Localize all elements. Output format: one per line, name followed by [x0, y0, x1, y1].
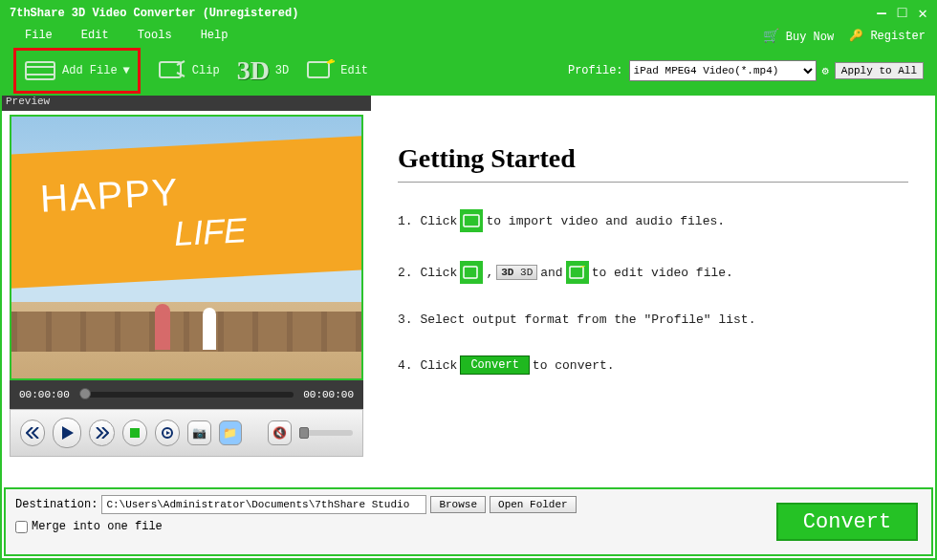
merge-checkbox[interactable]	[15, 521, 28, 533]
menu-tools[interactable]: Tools	[138, 29, 172, 42]
time-bar: 00:00:00 00:00:00	[10, 380, 363, 409]
clip-icon	[460, 261, 483, 284]
app-window: 7thShare 3D Video Converter (Unregistere…	[0, 0, 937, 560]
titlebar: 7thShare 3D Video Converter (Unregistere…	[2, 2, 935, 25]
seek-thumb[interactable]	[79, 388, 91, 399]
profile-select[interactable]: iPad MPEG4 Video(*.mp4)	[629, 60, 817, 81]
svg-rect-0	[26, 62, 54, 79]
mute-button[interactable]: 🔇	[268, 420, 291, 445]
play-button[interactable]	[53, 418, 81, 448]
step-button[interactable]	[155, 420, 180, 446]
window-title: 7thShare 3D Video Converter (Unregistere…	[10, 7, 877, 20]
stop-button[interactable]	[122, 420, 147, 446]
guide-step-3: 3. Select output format from the "Profil…	[398, 312, 908, 327]
time-end: 00:00:00	[303, 389, 354, 400]
svg-rect-5	[130, 428, 140, 438]
destination-input[interactable]	[101, 495, 426, 514]
volume-slider[interactable]	[299, 430, 353, 436]
minimize-button[interactable]: —	[877, 5, 886, 22]
3d-icon: 3D	[237, 55, 270, 86]
profile-row: Profile: iPad MPEG4 Video(*.mp4) ⚙ Apply…	[568, 60, 924, 81]
svg-rect-8	[464, 267, 477, 278]
add-file-label: Add File	[62, 64, 118, 77]
destination-label: Destination:	[15, 498, 98, 511]
speaker-mute-icon: 🔇	[272, 426, 287, 441]
folder-button[interactable]: 📁	[219, 420, 242, 445]
apply-to-all-button[interactable]: Apply to All	[835, 62, 924, 79]
prev-button[interactable]	[20, 420, 45, 446]
add-file-highlight: Add File ▼	[13, 48, 141, 94]
register-link[interactable]: 🔑 Register	[849, 29, 926, 43]
clip-icon	[158, 59, 186, 82]
3d-small-button: 3D 3D	[496, 265, 537, 280]
buy-now-link[interactable]: 🛒 Buy Now	[763, 28, 835, 44]
clip-label: Clip	[192, 64, 220, 77]
cart-icon: 🛒	[763, 29, 779, 44]
guide-step-1: 1. Click to import video and audio files…	[398, 209, 908, 232]
preview-image: HAPPY LIFE	[10, 115, 363, 380]
profile-label: Profile:	[568, 64, 623, 77]
preview-header: Preview	[2, 96, 371, 111]
menu-edit[interactable]: Edit	[81, 29, 109, 42]
maximize-button[interactable]: □	[898, 5, 907, 22]
next-button[interactable]	[89, 420, 114, 446]
clip-button[interactable]: Clip	[158, 59, 220, 82]
open-folder-button[interactable]: Open Folder	[490, 496, 577, 513]
window-buttons: — □ ✕	[877, 4, 927, 23]
browse-button[interactable]: Browse	[430, 496, 486, 513]
edit-button[interactable]: Edit	[306, 59, 368, 82]
snapshot-button[interactable]: 📷	[187, 420, 210, 445]
key-icon: 🔑	[849, 30, 863, 43]
convert-button[interactable]: Convert	[776, 503, 918, 541]
menu-help[interactable]: Help	[201, 29, 229, 42]
guide-title: Getting Started	[398, 143, 908, 174]
film-icon	[24, 58, 56, 83]
edit-icon	[566, 261, 589, 284]
svg-rect-7	[464, 215, 479, 226]
content: Preview HAPPY LIFE 00:00:00 00:00:00	[2, 96, 935, 466]
merge-label: Merge into one file	[32, 520, 163, 533]
seek-track[interactable]	[79, 392, 294, 398]
settings-icon[interactable]: ⚙	[822, 64, 829, 78]
edit-icon	[306, 59, 335, 82]
preview-column: Preview HAPPY LIFE 00:00:00 00:00:00	[2, 96, 371, 466]
guide-step-2: 2. Click , 3D 3D and to edit video file.	[398, 261, 908, 284]
film-icon	[460, 209, 483, 232]
svg-rect-9	[570, 267, 583, 278]
menu-file[interactable]: File	[25, 29, 53, 42]
menubar: File Edit Tools Help 🛒 Buy Now 🔑 Registe…	[2, 25, 935, 46]
svg-rect-4	[308, 62, 329, 77]
edit-label: Edit	[340, 64, 368, 77]
guide-column: Getting Started 1. Click to import video…	[371, 96, 935, 466]
close-button[interactable]: ✕	[918, 4, 927, 23]
guide-step-4: 4. Click Convert to convert.	[398, 355, 908, 375]
camera-icon: 📷	[192, 426, 207, 441]
convert-small-button: Convert	[460, 355, 529, 375]
time-start: 00:00:00	[19, 389, 70, 400]
dropdown-icon: ▼	[123, 64, 130, 77]
3d-button[interactable]: 3D 3D	[237, 55, 290, 86]
toolbar: Add File ▼ Clip 3D 3D Edit Profile: iPad…	[2, 46, 935, 96]
bottom-bar: Destination: Browse Open Folder Merge in…	[4, 487, 933, 556]
player-controls: 📷 📁 🔇	[10, 409, 363, 457]
volume-thumb[interactable]	[299, 427, 309, 439]
add-file-button[interactable]: Add File ▼	[24, 58, 130, 83]
3d-label: 3D	[275, 64, 289, 77]
